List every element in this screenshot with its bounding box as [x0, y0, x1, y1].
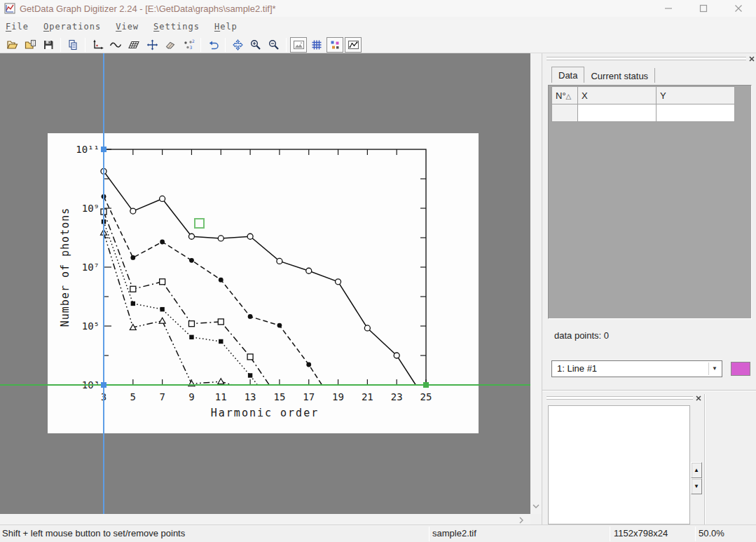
y-axis-calibration-line	[103, 53, 104, 514]
data-panel-close-button[interactable]	[748, 55, 756, 63]
panel-divider	[542, 390, 756, 391]
svg-text:3: 3	[189, 44, 192, 49]
colored-points-icon	[329, 39, 341, 50]
app-icon	[4, 3, 15, 14]
digitize-curve-button[interactable]	[107, 37, 124, 53]
column-header-x[interactable]: X	[578, 87, 657, 104]
data-panel-grip[interactable]	[547, 57, 746, 60]
svg-text:25: 25	[420, 391, 432, 402]
data-table: N°△ X Y	[551, 86, 735, 122]
svg-text:Number of photons: Number of photons	[59, 208, 71, 327]
menu-view[interactable]: View	[116, 22, 139, 32]
data-table-area: N°△ X Y	[548, 85, 752, 319]
toggle-image-button[interactable]	[290, 37, 307, 53]
move-points-button[interactable]	[144, 37, 160, 53]
y-value-cell	[657, 104, 735, 122]
canvas-vertical-scrollbar[interactable]	[530, 53, 542, 514]
dropdown-arrow-icon[interactable]: ▼	[708, 363, 720, 375]
scroll-right-icon[interactable]	[518, 516, 524, 524]
pan-cross-icon	[232, 39, 244, 50]
preview-panel-close-button[interactable]	[694, 394, 703, 402]
svg-text:10⁷: 10⁷	[82, 262, 99, 273]
menu-help[interactable]: Help	[214, 22, 238, 32]
copy-icon	[67, 39, 78, 50]
open-project-button[interactable]	[22, 37, 39, 53]
svg-text:9: 9	[188, 391, 194, 402]
title-bar: GetData Graph Digitizer 2.24 - [E:\GetDa…	[0, 0, 756, 17]
set-scale-button[interactable]	[89, 37, 106, 53]
status-file-name: sample2.tif	[432, 525, 606, 542]
column-header-y[interactable]: Y	[657, 87, 735, 104]
svg-text:23: 23	[391, 391, 403, 402]
toolbar-separator	[286, 38, 287, 52]
eraser-button[interactable]	[162, 37, 179, 53]
spin-down-button[interactable]: ▼	[691, 478, 702, 494]
close-button[interactable]	[721, 0, 756, 17]
table-row	[552, 104, 735, 122]
calibration-point-origin[interactable]	[101, 382, 106, 388]
svg-text:5: 5	[130, 391, 136, 402]
zoom-out-button[interactable]	[266, 37, 282, 53]
minimize-button[interactable]	[651, 0, 686, 17]
save-button[interactable]	[40, 37, 57, 53]
menu-file[interactable]: File	[6, 22, 29, 32]
x-value-cell	[578, 104, 657, 122]
maximize-button[interactable]	[686, 0, 721, 17]
undo-button[interactable]	[205, 37, 221, 53]
move-crosshair-icon	[146, 39, 158, 50]
eraser-icon	[165, 39, 176, 50]
svg-text:2: 2	[192, 39, 195, 43]
toggle-grid-button[interactable]	[308, 37, 325, 53]
status-hint: Shift + left mouse button to set/remove …	[2, 525, 426, 542]
preview-divider	[704, 394, 706, 524]
toolbar-separator	[225, 38, 226, 52]
zoom-in-button[interactable]	[247, 37, 264, 53]
pan-button[interactable]	[229, 37, 246, 53]
curve-preview-area	[548, 405, 690, 524]
menu-settings[interactable]: Settings	[153, 22, 200, 32]
line-chart-icon	[348, 39, 359, 50]
open-folder-icon	[6, 39, 18, 50]
svg-text:Harmonic order: Harmonic order	[211, 407, 319, 419]
scroll-down-icon[interactable]	[532, 503, 540, 509]
svg-text:10⁵: 10⁵	[82, 320, 99, 332]
canvas-horizontal-scrollbar[interactable]	[0, 514, 530, 524]
status-separator	[429, 527, 429, 541]
folder-page-icon	[25, 39, 36, 50]
status-zoom-level: 50.0%	[699, 525, 753, 542]
menu-operations[interactable]: Operations	[43, 22, 101, 32]
toggle-preview-button[interactable]	[345, 37, 362, 53]
open-file-button[interactable]	[4, 37, 20, 53]
column-header-no[interactable]: N°△	[552, 87, 578, 104]
toolbar: 2 3	[0, 36, 756, 53]
toggle-points-button[interactable]	[327, 37, 343, 53]
svg-text:10⁹: 10⁹	[82, 203, 99, 214]
tab-current-status[interactable]: Current status	[584, 68, 655, 83]
right-panel: Data Current status N°△ X Y data points:…	[542, 53, 756, 524]
window-title: GetData Graph Digitizer 2.24 - [E:\GetDa…	[20, 4, 276, 14]
toolbar-separator	[200, 38, 201, 52]
status-separator	[695, 527, 696, 541]
wave-icon	[109, 39, 122, 50]
row-header-cell	[552, 104, 578, 122]
undo-arrow-icon	[207, 39, 219, 50]
tab-data[interactable]: Data	[551, 67, 584, 83]
toolbar-separator	[60, 38, 61, 52]
axes-icon	[92, 39, 104, 50]
line-color-swatch[interactable]	[731, 362, 750, 376]
digitize-area-button[interactable]	[125, 37, 142, 53]
data-points-count: data points: 0	[554, 330, 609, 341]
calibration-point-y2[interactable]	[101, 147, 106, 152]
scanned-graph-image[interactable]: 3579111315171921232510³10⁵10⁷10⁹10¹¹Harm…	[48, 133, 479, 433]
svg-text:13: 13	[245, 391, 256, 402]
spin-up-button[interactable]: ▲	[691, 462, 702, 478]
line-selector-dropdown[interactable]: 1: Line #1 ▼	[551, 360, 722, 377]
renumber-points-button[interactable]: 2 3	[180, 37, 197, 53]
svg-text:15: 15	[273, 391, 285, 402]
image-canvas[interactable]: 3579111315171921232510³10⁵10⁷10⁹10¹¹Harm…	[0, 53, 530, 514]
preview-panel-grip[interactable]	[547, 396, 693, 400]
calibration-point-x2[interactable]	[423, 382, 429, 388]
grid-icon	[311, 39, 322, 50]
copy-button[interactable]	[64, 37, 81, 53]
svg-text:17: 17	[303, 391, 315, 402]
